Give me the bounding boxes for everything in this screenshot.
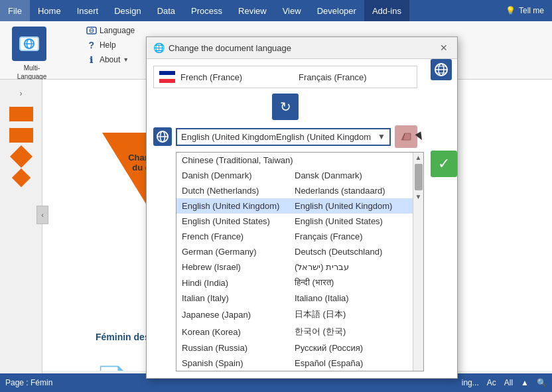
language-btn-label: Language xyxy=(100,26,135,35)
sidebar-collapse-arrow[interactable]: ‹ xyxy=(36,206,48,224)
dialog-close-button[interactable]: ✕ xyxy=(437,41,450,54)
zoom-icon[interactable]: 🔍 xyxy=(537,378,547,387)
about-icon: ℹ xyxy=(86,54,97,65)
language-icon xyxy=(86,25,97,36)
lang-item-japanese[interactable]: Japanese (Japan) 日本語 (日本) xyxy=(176,306,413,323)
lang-item-french[interactable]: French (France) Français (France) xyxy=(176,229,413,244)
dialog-title-text: Change the document language xyxy=(169,43,433,53)
menu-view[interactable]: View xyxy=(275,0,309,21)
menu-developer[interactable]: Developer xyxy=(309,0,364,21)
scroll-up-arrow[interactable]: ▲ xyxy=(414,153,423,163)
globe-action-button[interactable] xyxy=(431,59,452,80)
all-status[interactable]: All xyxy=(504,378,513,387)
eraser-button[interactable] xyxy=(395,125,417,148)
page-info: Page : Fémin xyxy=(5,378,52,387)
lang-item-german[interactable]: German (Germany) Deutsch (Deutschland) xyxy=(176,244,413,259)
help-button[interactable]: ? Help xyxy=(84,38,137,52)
lightbulb-icon: 💡 xyxy=(506,6,516,15)
dialog-content: ✓ French (France) Français (France) ↻ xyxy=(147,59,457,378)
language-dropdown[interactable]: English (United KingdomEnglish (United K… xyxy=(176,128,391,146)
scroll-down-arrow[interactable]: ▼ xyxy=(414,192,423,202)
multilang-big-button[interactable] xyxy=(12,27,46,61)
language-button[interactable]: Language xyxy=(84,24,137,37)
shape-diamond-2[interactable] xyxy=(8,168,34,187)
scroll-thumb[interactable] xyxy=(415,164,423,190)
statusbar-right: ing... Ac All ▲ 🔍 xyxy=(462,378,547,387)
ac-status[interactable]: Ac xyxy=(487,378,496,387)
menu-process[interactable]: Process xyxy=(183,0,230,21)
menu-home[interactable]: Home xyxy=(30,0,69,21)
menubar: File Home Insert Design Data Process Rev… xyxy=(0,0,552,21)
svg-rect-12 xyxy=(159,71,175,75)
lang-item-english-us[interactable]: English (United States) English (United … xyxy=(176,214,413,229)
ribbon-small-buttons: Language ? Help ℹ About ▼ xyxy=(84,24,137,66)
current-lang-name: French (France) xyxy=(180,72,293,82)
dropdown-scrollbar[interactable]: ▲ ▼ xyxy=(413,153,423,371)
svg-rect-14 xyxy=(159,79,175,83)
change-language-dialog: 🌐 Change the document language ✕ ✓ xyxy=(146,36,458,379)
lang-item-chinese[interactable]: Chinese (Traditional, Taiwan) xyxy=(176,153,413,168)
lang-select-icon xyxy=(153,127,172,146)
menu-addins[interactable]: Add-ins xyxy=(364,0,409,21)
help-btn-label: Help xyxy=(100,40,116,50)
dropdown-arrow-icon: ▼ xyxy=(378,132,385,141)
zoom-arrow[interactable]: ▲ xyxy=(521,378,529,387)
lang-item-hebrew[interactable]: Hebrew (Israel) עברית (ישראל) xyxy=(176,259,413,275)
refresh-row: ↻ xyxy=(153,94,417,120)
about-btn-label: About xyxy=(100,55,120,64)
lang-item-dutch[interactable]: Dutch (Netherlands) Nederlands (standaar… xyxy=(176,183,413,198)
svg-rect-13 xyxy=(159,75,175,79)
current-language-row: French (France) Français (France) xyxy=(153,66,417,88)
lang-item-spanish[interactable]: Spanish (Spain) Español (España) xyxy=(176,356,413,371)
lang-item-hindi[interactable]: Hindi (India) हिन्दी (भारत) xyxy=(176,275,413,291)
doc-icon: 📄 xyxy=(96,365,129,371)
tell-me-label: Tell me xyxy=(519,6,544,15)
lang-item-danish[interactable]: Danish (Denmark) Dansk (Danmark) xyxy=(176,168,413,183)
tell-me-section: 💡 Tell me xyxy=(498,6,552,15)
refresh-button[interactable]: ↻ xyxy=(272,94,299,120)
menu-file[interactable]: File xyxy=(0,0,30,21)
current-lang-native: Français (France) xyxy=(299,72,411,82)
lang-item-russian[interactable]: Russian (Russia) Русский (Россия) xyxy=(176,340,413,356)
dialog-title-icon: 🌐 xyxy=(153,42,165,53)
lang-item-italian[interactable]: Italian (Italy) Italiano (Italia) xyxy=(176,291,413,306)
shape-rect-2[interactable] xyxy=(8,126,34,145)
help-icon: ? xyxy=(86,40,97,50)
dropdown-value: English (United KingdomEnglish (United K… xyxy=(181,132,371,142)
shape-rect-1[interactable] xyxy=(8,105,34,123)
menu-review[interactable]: Review xyxy=(230,0,275,21)
language-list: Chinese (Traditional, Taiwan) Danish (De… xyxy=(176,153,413,371)
about-button[interactable]: ℹ About ▼ xyxy=(84,53,137,66)
dialog-titlebar: 🌐 Change the document language ✕ xyxy=(147,37,457,59)
lang-item-korean[interactable]: Korean (Korea) 한국어 (한국) xyxy=(176,323,413,340)
about-dropdown-arrow: ▼ xyxy=(123,56,129,63)
shape-diamond-1[interactable] xyxy=(8,147,34,166)
menu-data[interactable]: Data xyxy=(149,0,183,21)
action-buttons: ✓ xyxy=(431,59,457,177)
lang-item-english-uk[interactable]: English (United Kingdom) English (United… xyxy=(176,198,413,214)
dropdown-list-container: Chinese (Traditional, Taiwan) Danish (De… xyxy=(176,152,424,371)
sidebar-expand-arrow[interactable]: › xyxy=(0,85,42,102)
language-status[interactable]: ing... xyxy=(462,378,479,387)
flag-icon xyxy=(159,69,175,85)
dropdown-row: English (United KingdomEnglish (United K… xyxy=(153,125,417,148)
menu-design[interactable]: Design xyxy=(106,0,149,21)
left-sidebar: › xyxy=(0,80,42,392)
menu-insert[interactable]: Insert xyxy=(69,0,107,21)
confirm-button[interactable]: ✓ xyxy=(431,151,457,177)
dropdown-scroll-container: Chinese (Traditional, Taiwan) Danish (De… xyxy=(176,153,423,371)
